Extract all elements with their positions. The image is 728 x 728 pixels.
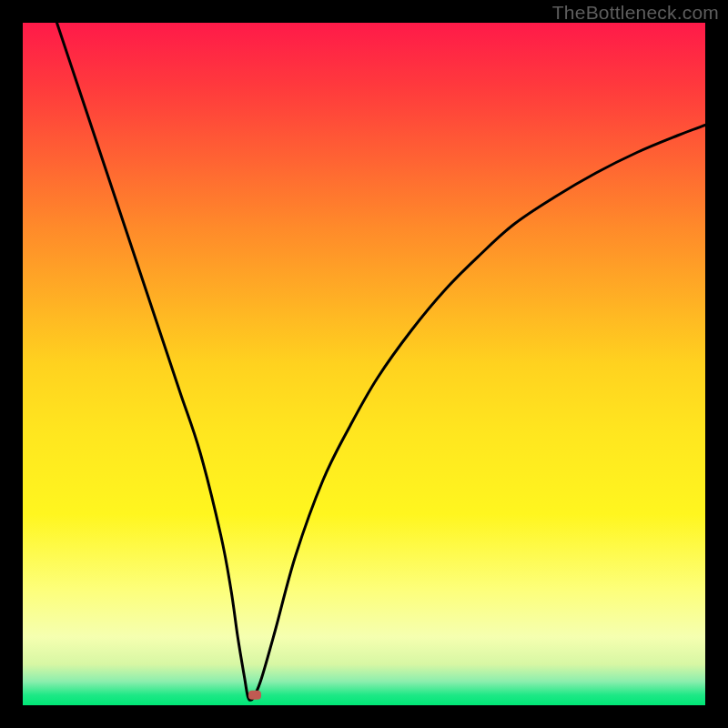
chart-background bbox=[23, 23, 705, 705]
chart-plot bbox=[23, 23, 705, 705]
optimal-point-marker bbox=[248, 691, 261, 700]
watermark-text: TheBottleneck.com bbox=[552, 2, 719, 24]
chart-frame: TheBottleneck.com bbox=[0, 0, 728, 728]
